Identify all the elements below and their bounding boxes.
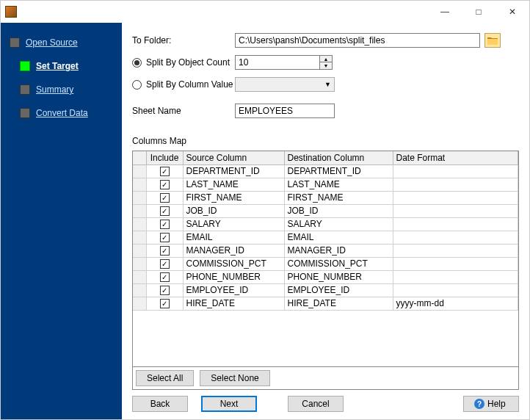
include-cell[interactable]: [146, 217, 183, 231]
include-cell[interactable]: [146, 178, 183, 191]
include-checkbox[interactable]: [160, 272, 170, 282]
destination-column-cell[interactable]: PHONE_NUMBER: [284, 270, 393, 283]
row-handle[interactable]: [133, 283, 146, 297]
source-column-cell[interactable]: DEPARTMENT_ID: [183, 164, 284, 178]
select-all-button[interactable]: Select All: [136, 370, 194, 386]
include-checkbox[interactable]: [160, 286, 170, 295]
sidebar-item-open-source[interactable]: Open Source: [7, 33, 116, 52]
destination-column-cell[interactable]: MANAGER_ID: [284, 244, 393, 257]
column-header-handle[interactable]: [133, 151, 146, 164]
date-format-cell[interactable]: [393, 244, 518, 257]
include-checkbox[interactable]: [160, 167, 170, 176]
row-handle[interactable]: [133, 270, 146, 283]
include-checkbox[interactable]: [160, 180, 170, 189]
include-checkbox[interactable]: [160, 233, 170, 242]
table-row[interactable]: EMAILEMAIL: [133, 231, 518, 244]
destination-column-cell[interactable]: FIRST_NAME: [284, 191, 393, 204]
include-checkbox[interactable]: [160, 259, 170, 269]
sidebar-item-convert-data[interactable]: Convert Data: [17, 104, 116, 123]
table-row[interactable]: EMPLOYEE_IDEMPLOYEE_ID: [133, 283, 518, 297]
table-row[interactable]: FIRST_NAMEFIRST_NAME: [133, 191, 518, 204]
include-checkbox[interactable]: [160, 193, 170, 203]
include-checkbox[interactable]: [160, 246, 170, 256]
back-button[interactable]: Back: [132, 396, 188, 412]
destination-column-cell[interactable]: JOB_ID: [284, 204, 393, 217]
row-handle[interactable]: [133, 297, 146, 310]
destination-column-cell[interactable]: EMPLOYEE_ID: [284, 283, 393, 297]
sheet-name-input[interactable]: [235, 104, 335, 118]
include-cell[interactable]: [146, 204, 183, 217]
source-column-cell[interactable]: COMMISSION_PCT: [183, 257, 284, 270]
table-row[interactable]: DEPARTMENT_IDDEPARTMENT_ID: [133, 164, 518, 178]
source-column-cell[interactable]: JOB_ID: [183, 204, 284, 217]
row-handle[interactable]: [133, 244, 146, 257]
split-by-column-radio-label[interactable]: Split By Column Value: [132, 79, 235, 90]
date-format-cell[interactable]: [393, 178, 518, 191]
include-cell[interactable]: [146, 283, 183, 297]
destination-column-cell[interactable]: LAST_NAME: [284, 178, 393, 191]
row-handle[interactable]: [133, 257, 146, 270]
object-count-spinner[interactable]: ▲▼: [235, 55, 333, 70]
source-column-cell[interactable]: EMPLOYEE_ID: [183, 283, 284, 297]
table-row[interactable]: SALARYSALARY: [133, 217, 518, 231]
date-format-cell[interactable]: yyyy-mm-dd: [393, 297, 518, 310]
destination-column-cell[interactable]: HIRE_DATE: [284, 297, 393, 310]
row-handle[interactable]: [133, 231, 146, 244]
include-cell[interactable]: [146, 164, 183, 178]
row-handle[interactable]: [133, 204, 146, 217]
destination-column-cell[interactable]: DEPARTMENT_ID: [284, 164, 393, 178]
include-cell[interactable]: [146, 297, 183, 310]
include-cell[interactable]: [146, 244, 183, 257]
column-header-dest[interactable]: Destination Column: [284, 151, 393, 164]
date-format-cell[interactable]: [393, 164, 518, 178]
date-format-cell[interactable]: [393, 231, 518, 244]
split-by-count-radio-label[interactable]: Split By Object Count: [132, 57, 235, 68]
source-column-cell[interactable]: PHONE_NUMBER: [183, 270, 284, 283]
row-handle[interactable]: [133, 217, 146, 231]
row-handle[interactable]: [133, 191, 146, 204]
source-column-cell[interactable]: HIRE_DATE: [183, 297, 284, 310]
select-none-button[interactable]: Select None: [200, 370, 269, 386]
date-format-cell[interactable]: [393, 217, 518, 231]
table-row[interactable]: PHONE_NUMBERPHONE_NUMBER: [133, 270, 518, 283]
column-header-include[interactable]: Include: [146, 151, 183, 164]
help-button[interactable]: ? Help: [463, 396, 519, 412]
columns-map-table[interactable]: IncludeSource ColumnDestination ColumnDa…: [132, 151, 519, 367]
include-cell[interactable]: [146, 231, 183, 244]
column-header-source[interactable]: Source Column: [183, 151, 284, 164]
include-cell[interactable]: [146, 191, 183, 204]
include-checkbox[interactable]: [160, 299, 170, 308]
table-row[interactable]: HIRE_DATEHIRE_DATEyyyy-mm-dd: [133, 297, 518, 310]
column-value-dropdown[interactable]: ▼: [235, 77, 335, 92]
source-column-cell[interactable]: MANAGER_ID: [183, 244, 284, 257]
source-column-cell[interactable]: FIRST_NAME: [183, 191, 284, 204]
row-handle[interactable]: [133, 164, 146, 178]
table-row[interactable]: MANAGER_IDMANAGER_ID: [133, 244, 518, 257]
date-format-cell[interactable]: [393, 191, 518, 204]
include-checkbox[interactable]: [160, 206, 170, 216]
include-cell[interactable]: [146, 257, 183, 270]
minimize-button[interactable]: —: [428, 1, 462, 23]
spin-up-icon[interactable]: ▲: [320, 56, 332, 62]
spin-down-icon[interactable]: ▼: [320, 62, 332, 69]
date-format-cell[interactable]: [393, 204, 518, 217]
next-button[interactable]: Next: [201, 396, 257, 412]
row-handle[interactable]: [133, 178, 146, 191]
column-header-date[interactable]: Date Format: [393, 151, 518, 164]
destination-column-cell[interactable]: SALARY: [284, 217, 393, 231]
sidebar-item-set-target[interactable]: Set Target: [17, 57, 116, 76]
date-format-cell[interactable]: [393, 283, 518, 297]
sidebar-item-summary[interactable]: Summary: [17, 80, 116, 99]
object-count-input[interactable]: [235, 55, 320, 70]
source-column-cell[interactable]: LAST_NAME: [183, 178, 284, 191]
destination-column-cell[interactable]: EMAIL: [284, 231, 393, 244]
spinner-buttons[interactable]: ▲▼: [320, 55, 333, 70]
source-column-cell[interactable]: EMAIL: [183, 231, 284, 244]
date-format-cell[interactable]: [393, 257, 518, 270]
date-format-cell[interactable]: [393, 270, 518, 283]
include-cell[interactable]: [146, 270, 183, 283]
source-column-cell[interactable]: SALARY: [183, 217, 284, 231]
table-row[interactable]: COMMISSION_PCTCOMMISSION_PCT: [133, 257, 518, 270]
close-button[interactable]: ✕: [495, 1, 529, 23]
table-row[interactable]: JOB_IDJOB_ID: [133, 204, 518, 217]
